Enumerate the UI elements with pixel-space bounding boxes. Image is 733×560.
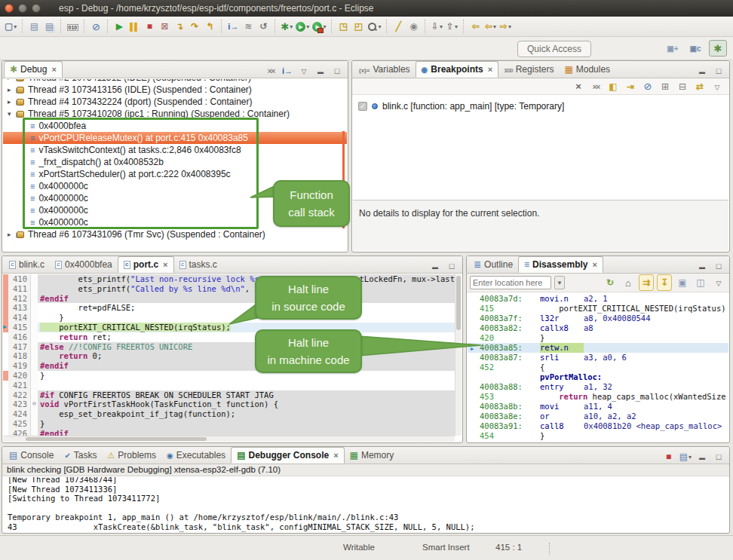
next-annotation-button[interactable]: ▾ bbox=[429, 18, 444, 35]
line-number[interactable]: 420 bbox=[8, 371, 31, 381]
minimize-panel-button[interactable] bbox=[695, 259, 710, 273]
link-with-debug-button[interactable] bbox=[692, 78, 707, 95]
tab-registers[interactable]: Registers bbox=[498, 61, 559, 78]
step-over-button[interactable] bbox=[187, 18, 202, 35]
binary-button[interactable] bbox=[65, 18, 80, 35]
view-menu-button[interactable] bbox=[710, 78, 725, 95]
search-button[interactable]: ▾ bbox=[366, 18, 382, 35]
close-icon[interactable]: × bbox=[593, 260, 597, 269]
location-dropdown[interactable]: ▼ bbox=[554, 276, 565, 289]
debug-thread-row[interactable]: ▸Thread #4 1073432224 (dport) (Suspended… bbox=[3, 96, 347, 108]
line-number[interactable]: 412 bbox=[8, 294, 31, 304]
view-menu-button[interactable] bbox=[711, 274, 726, 291]
breakpoint-item[interactable]: ✓ blink.c [function: app_main] [type: Te… bbox=[352, 99, 729, 113]
line-number[interactable]: 419 bbox=[8, 361, 31, 371]
maximize-button[interactable] bbox=[32, 4, 41, 13]
open-type-button[interactable] bbox=[336, 18, 351, 35]
debug-frame-row[interactable]: ≡0x4000bfea bbox=[3, 120, 347, 132]
cpp-perspective-button[interactable] bbox=[686, 40, 704, 57]
restart-button[interactable] bbox=[256, 18, 271, 35]
code-text[interactable]: } bbox=[38, 313, 455, 323]
dropdown-arrow-icon[interactable]: ▾ bbox=[378, 23, 381, 30]
new-view-button[interactable] bbox=[675, 274, 690, 291]
dropdown-arrow-icon[interactable]: ▾ bbox=[689, 454, 692, 461]
dropdown-arrow-icon[interactable]: ▾ bbox=[455, 23, 458, 30]
code-line[interactable]: 419#endif bbox=[3, 361, 455, 371]
minimize-panel-button[interactable] bbox=[695, 64, 710, 78]
disassembly-row[interactable]: 40083a87:srlia3, a0, 6 bbox=[468, 353, 728, 363]
line-number[interactable]: 422 bbox=[8, 390, 31, 400]
code-line[interactable]: 418 return 0; bbox=[3, 351, 455, 361]
close-icon[interactable]: × bbox=[51, 65, 56, 74]
disassembly-row[interactable]: 415 portEXIT_CRITICAL_NESTED(irqStatus) bbox=[468, 304, 728, 314]
code-text[interactable]: return ret; bbox=[38, 332, 455, 342]
code-text[interactable]: #endif bbox=[38, 294, 455, 304]
dropdown-arrow-icon[interactable]: ▾ bbox=[508, 23, 511, 30]
tab-memory[interactable]: Memory bbox=[345, 447, 400, 464]
code-line[interactable]: 423⊖void vPortFirstTaskHook(TaskFunction… bbox=[3, 399, 455, 409]
disassembly-row[interactable]: 40083a7f:l32ra8, 0x40080544 bbox=[468, 314, 728, 323]
forward-button[interactable]: ▾ bbox=[498, 18, 513, 35]
line-number[interactable]: 418 bbox=[8, 351, 31, 361]
follow-pc-button[interactable] bbox=[639, 274, 654, 291]
disassembly-row[interactable]: 453 return heap_caps_malloc(xWantedSize bbox=[468, 392, 728, 402]
debug-button[interactable]: ▾ bbox=[279, 18, 294, 35]
code-text[interactable] bbox=[38, 381, 455, 390]
code-line[interactable]: 411 ets_printf("Called by %s line %d\n",… bbox=[3, 284, 455, 294]
skip-breakpoints-button[interactable] bbox=[88, 18, 103, 35]
run-button[interactable]: ▾ bbox=[294, 18, 311, 35]
line-number[interactable]: 415 bbox=[8, 323, 31, 332]
debug-frame-row[interactable]: ≡vTaskSwitchContext() at tasks.c:2,846 0… bbox=[3, 144, 347, 156]
close-icon[interactable]: × bbox=[333, 451, 338, 460]
code-text[interactable]: esp_set_breakpoint_if_jtag(function); bbox=[38, 409, 455, 419]
tab-debugger-console[interactable]: Debugger Console× bbox=[231, 447, 344, 464]
resume-button[interactable] bbox=[112, 18, 127, 35]
debug-frame-row[interactable]: ≡vPortCPUReleaseMutex() at port.c:415 0x… bbox=[3, 132, 347, 144]
code-text[interactable]: return 0; bbox=[38, 351, 455, 361]
terminate-button[interactable] bbox=[142, 18, 157, 35]
profile-button[interactable] bbox=[406, 18, 421, 35]
save-button[interactable] bbox=[26, 18, 41, 35]
code-text[interactable]: #else //!CONFIG_FREERTOS_UNICORE bbox=[38, 342, 455, 352]
instruction-stepping-button[interactable] bbox=[280, 64, 295, 78]
line-number[interactable]: 410 bbox=[8, 274, 31, 284]
save-all-button[interactable] bbox=[41, 18, 57, 35]
refresh-button[interactable] bbox=[603, 274, 618, 291]
twisty-icon[interactable]: ▾ bbox=[8, 110, 17, 118]
tab-blink-c[interactable]: blink.c bbox=[4, 256, 50, 273]
code-line[interactable]: 420} bbox=[3, 371, 455, 381]
disassembly-row[interactable]: 452{ bbox=[468, 363, 728, 372]
maximize-panel-button[interactable] bbox=[444, 259, 459, 273]
tab-port-c[interactable]: port.c× bbox=[118, 256, 174, 273]
mark-occurrences-button[interactable] bbox=[391, 18, 406, 35]
instruction-stepping-button[interactable] bbox=[225, 18, 241, 35]
disassembly-row[interactable]: 40083a7d:movi.na2, 1 bbox=[468, 294, 728, 304]
collapse-all-button[interactable] bbox=[675, 78, 690, 95]
tab-problems[interactable]: Problems bbox=[102, 447, 161, 464]
disconnect-button[interactable] bbox=[157, 18, 172, 35]
code-text[interactable]: void vPortFirstTaskHook(TaskFunction_t f… bbox=[38, 399, 455, 409]
new-button[interactable]: ▾ bbox=[3, 18, 18, 35]
disassembly-row[interactable]: pvPortMalloc: bbox=[468, 372, 728, 382]
code-line[interactable]: 424 esp_set_breakpoint_if_jtag(function)… bbox=[3, 409, 455, 419]
line-number[interactable]: 413 bbox=[8, 303, 31, 313]
line-number[interactable]: 424 bbox=[8, 409, 31, 419]
show-for-selection-button[interactable] bbox=[606, 78, 621, 95]
pin-button[interactable] bbox=[693, 274, 708, 291]
code-text[interactable]: } bbox=[38, 419, 455, 429]
maximize-panel-button[interactable] bbox=[711, 259, 726, 273]
disassembly-row[interactable]: 40083a91:call80x40081b20 <heap_caps_mall… bbox=[468, 421, 728, 431]
tab-tasks-c[interactable]: tasks.c bbox=[174, 256, 222, 273]
code-line[interactable]: ▶415 portEXIT_CRITICAL_NESTED(irqStatus)… bbox=[3, 323, 455, 332]
scrollbar-thumb[interactable] bbox=[456, 276, 461, 330]
code-text[interactable]: } bbox=[38, 371, 455, 381]
tab-tasks[interactable]: Tasks bbox=[59, 447, 102, 464]
maximize-panel-button[interactable] bbox=[711, 64, 726, 78]
step-filters-button[interactable] bbox=[241, 18, 256, 35]
skip-all-button[interactable] bbox=[640, 78, 655, 95]
scrollbar-thumb[interactable] bbox=[26, 437, 207, 441]
step-return-button[interactable] bbox=[202, 18, 217, 35]
disassembly-row[interactable]: 420} bbox=[468, 333, 728, 343]
code-line[interactable]: 422#if CONFIG_FREERTOS_BREAK_ON_SCHEDULE… bbox=[3, 390, 455, 400]
line-number[interactable]: 421 bbox=[8, 381, 31, 390]
